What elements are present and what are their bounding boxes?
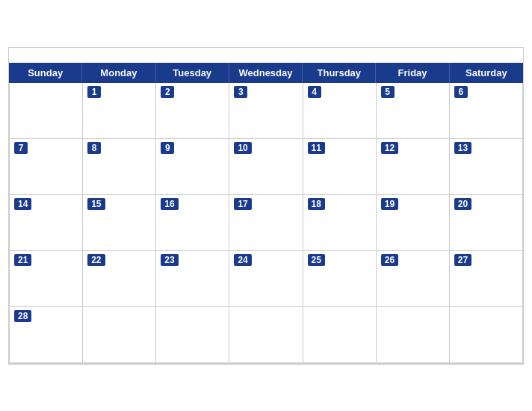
day-number: 3 xyxy=(234,86,247,98)
day-cell: 14 xyxy=(10,195,83,251)
day-cell: 27 xyxy=(450,251,523,307)
day-cell: 1 xyxy=(83,83,156,139)
day-cell: 5 xyxy=(377,83,450,139)
calendar-header xyxy=(9,48,523,63)
day-cell: 18 xyxy=(303,195,377,251)
day-header-saturday: Saturday xyxy=(450,63,523,83)
day-cell xyxy=(10,83,83,139)
day-number: 28 xyxy=(14,310,31,322)
day-header-sunday: Sunday xyxy=(9,63,82,83)
day-number: 2 xyxy=(161,86,174,98)
day-cell: 21 xyxy=(10,251,83,307)
day-cell xyxy=(450,307,523,363)
day-number: 25 xyxy=(308,254,325,266)
day-cell: 25 xyxy=(303,251,377,307)
day-cell: 19 xyxy=(377,195,450,251)
day-number: 14 xyxy=(14,198,31,210)
day-header-friday: Friday xyxy=(376,63,449,83)
day-number: 16 xyxy=(161,198,178,210)
day-header-tuesday: Tuesday xyxy=(156,63,229,83)
day-number: 10 xyxy=(234,142,251,154)
day-cell xyxy=(303,307,377,363)
day-header-monday: Monday xyxy=(82,63,155,83)
day-number: 13 xyxy=(454,142,471,154)
day-number: 4 xyxy=(308,86,321,98)
day-number: 12 xyxy=(381,142,398,154)
day-cell: 15 xyxy=(83,195,156,251)
day-header-thursday: Thursday xyxy=(303,63,376,83)
day-cell xyxy=(156,307,229,363)
day-cell: 28 xyxy=(10,307,83,363)
day-cell: 12 xyxy=(377,139,450,195)
day-number: 26 xyxy=(381,254,398,266)
day-number: 8 xyxy=(87,142,101,154)
day-number: 24 xyxy=(234,254,251,266)
day-number: 5 xyxy=(381,86,395,98)
day-number: 27 xyxy=(454,254,471,266)
day-number: 17 xyxy=(234,198,251,210)
day-cell: 11 xyxy=(303,139,377,195)
day-cell: 26 xyxy=(377,251,450,307)
day-cell: 4 xyxy=(303,83,377,139)
day-cell: 13 xyxy=(450,139,523,195)
calendar-grid: 1234567891011121314151617181920212223242… xyxy=(9,83,523,364)
day-cell: 17 xyxy=(229,195,303,251)
day-cell xyxy=(229,307,303,363)
day-cell: 22 xyxy=(83,251,156,307)
day-number: 18 xyxy=(308,198,325,210)
day-number: 15 xyxy=(87,198,105,210)
calendar: SundayMondayTuesdayWednesdayThursdayFrid… xyxy=(8,47,524,365)
day-cell: 2 xyxy=(156,83,229,139)
day-cell: 20 xyxy=(450,195,523,251)
day-number: 11 xyxy=(308,142,325,154)
day-number: 20 xyxy=(454,198,471,210)
day-number: 23 xyxy=(161,254,178,266)
day-cell xyxy=(83,307,156,363)
day-cell: 3 xyxy=(229,83,303,139)
day-cell: 16 xyxy=(156,195,229,251)
day-cell: 9 xyxy=(156,139,229,195)
day-number: 7 xyxy=(14,142,28,154)
day-number: 9 xyxy=(161,142,174,154)
day-cell: 24 xyxy=(229,251,303,307)
day-headers: SundayMondayTuesdayWednesdayThursdayFrid… xyxy=(9,63,523,83)
day-number: 19 xyxy=(381,198,398,210)
day-cell: 10 xyxy=(229,139,303,195)
day-number: 21 xyxy=(14,254,31,266)
day-header-wednesday: Wednesday xyxy=(229,63,303,83)
day-cell: 23 xyxy=(156,251,229,307)
day-cell: 6 xyxy=(450,83,523,139)
day-cell: 7 xyxy=(10,139,83,195)
day-number: 6 xyxy=(454,86,468,98)
day-number: 22 xyxy=(87,254,105,266)
day-cell: 8 xyxy=(83,139,156,195)
day-number: 1 xyxy=(87,86,101,98)
day-cell xyxy=(377,307,450,363)
